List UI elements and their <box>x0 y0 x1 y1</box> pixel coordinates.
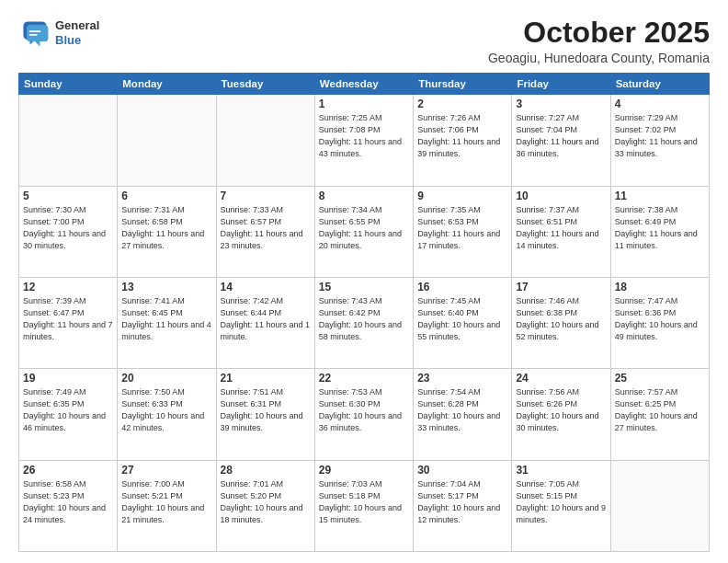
calendar-cell: 13Sunrise: 7:41 AM Sunset: 6:45 PM Dayli… <box>118 277 216 368</box>
calendar-cell: 18Sunrise: 7:47 AM Sunset: 6:36 PM Dayli… <box>610 277 709 368</box>
day-info: Sunrise: 7:45 AM Sunset: 6:40 PM Dayligh… <box>417 295 507 343</box>
day-number: 12 <box>23 281 113 293</box>
calendar-cell: 12Sunrise: 7:39 AM Sunset: 6:47 PM Dayli… <box>19 277 118 368</box>
day-number: 11 <box>615 190 705 202</box>
subtitle: Geoagiu, Hunedoara County, Romania <box>488 51 710 65</box>
calendar-header-row: Sunday Monday Tuesday Wednesday Thursday… <box>19 74 710 95</box>
col-saturday: Saturday <box>610 74 709 95</box>
day-info: Sunrise: 7:49 AM Sunset: 6:35 PM Dayligh… <box>23 386 113 434</box>
col-tuesday: Tuesday <box>216 74 314 95</box>
calendar-cell: 19Sunrise: 7:49 AM Sunset: 6:35 PM Dayli… <box>19 369 118 460</box>
calendar-cell: 3Sunrise: 7:27 AM Sunset: 7:04 PM Daylig… <box>512 95 610 186</box>
col-monday: Monday <box>118 74 216 95</box>
day-info: Sunrise: 7:54 AM Sunset: 6:28 PM Dayligh… <box>417 386 507 434</box>
day-number: 22 <box>319 372 409 385</box>
day-info: Sunrise: 7:43 AM Sunset: 6:42 PM Dayligh… <box>319 295 409 343</box>
calendar-week-row: 5Sunrise: 7:30 AM Sunset: 7:00 PM Daylig… <box>19 186 710 277</box>
day-info: Sunrise: 7:00 AM Sunset: 5:21 PM Dayligh… <box>121 478 211 526</box>
day-info: Sunrise: 7:56 AM Sunset: 6:26 PM Dayligh… <box>516 386 606 434</box>
logo-text: General Blue <box>55 18 99 47</box>
day-info: Sunrise: 7:33 AM Sunset: 6:57 PM Dayligh… <box>221 204 311 252</box>
day-info: Sunrise: 7:47 AM Sunset: 6:36 PM Dayligh… <box>615 295 705 343</box>
calendar-cell: 27Sunrise: 7:00 AM Sunset: 5:21 PM Dayli… <box>118 460 216 551</box>
day-number: 17 <box>516 281 606 293</box>
calendar-cell: 16Sunrise: 7:45 AM Sunset: 6:40 PM Dayli… <box>414 277 512 368</box>
calendar-cell: 30Sunrise: 7:04 AM Sunset: 5:17 PM Dayli… <box>414 460 512 551</box>
calendar-table: Sunday Monday Tuesday Wednesday Thursday… <box>18 73 710 552</box>
calendar-cell <box>610 460 709 551</box>
day-number: 9 <box>417 190 507 202</box>
day-info: Sunrise: 7:57 AM Sunset: 6:25 PM Dayligh… <box>615 386 705 434</box>
day-info: Sunrise: 7:30 AM Sunset: 7:00 PM Dayligh… <box>23 204 113 252</box>
day-number: 1 <box>319 98 409 110</box>
day-number: 28 <box>221 464 311 477</box>
day-number: 19 <box>23 372 113 385</box>
logo-general-text: General <box>55 18 99 33</box>
day-info: Sunrise: 7:35 AM Sunset: 6:53 PM Dayligh… <box>417 204 507 252</box>
logo: General Blue <box>18 17 99 50</box>
month-title: October 2025 <box>488 17 710 49</box>
calendar-cell: 8Sunrise: 7:34 AM Sunset: 6:55 PM Daylig… <box>314 186 413 277</box>
day-info: Sunrise: 7:34 AM Sunset: 6:55 PM Dayligh… <box>319 204 409 252</box>
calendar-cell: 1Sunrise: 7:25 AM Sunset: 7:08 PM Daylig… <box>314 95 413 186</box>
calendar-cell: 5Sunrise: 7:30 AM Sunset: 7:00 PM Daylig… <box>19 186 118 277</box>
day-number: 26 <box>23 464 113 477</box>
calendar-cell: 10Sunrise: 7:37 AM Sunset: 6:51 PM Dayli… <box>512 186 610 277</box>
day-number: 7 <box>221 190 311 202</box>
day-number: 4 <box>615 98 705 110</box>
calendar-cell: 28Sunrise: 7:01 AM Sunset: 5:20 PM Dayli… <box>216 460 314 551</box>
day-info: Sunrise: 7:46 AM Sunset: 6:38 PM Dayligh… <box>516 295 606 343</box>
calendar-week-row: 26Sunrise: 6:58 AM Sunset: 5:23 PM Dayli… <box>19 460 710 551</box>
calendar-cell <box>216 95 314 186</box>
day-info: Sunrise: 7:04 AM Sunset: 5:17 PM Dayligh… <box>417 478 507 526</box>
day-number: 27 <box>121 464 211 477</box>
day-number: 18 <box>615 281 705 293</box>
calendar-cell: 22Sunrise: 7:53 AM Sunset: 6:30 PM Dayli… <box>314 369 413 460</box>
calendar-cell: 7Sunrise: 7:33 AM Sunset: 6:57 PM Daylig… <box>216 186 314 277</box>
calendar-cell: 4Sunrise: 7:29 AM Sunset: 7:02 PM Daylig… <box>610 95 709 186</box>
day-number: 10 <box>516 190 606 202</box>
day-number: 15 <box>319 281 409 293</box>
calendar-cell: 6Sunrise: 7:31 AM Sunset: 6:58 PM Daylig… <box>118 186 216 277</box>
calendar-cell: 26Sunrise: 6:58 AM Sunset: 5:23 PM Dayli… <box>19 460 118 551</box>
calendar-cell <box>118 95 216 186</box>
col-friday: Friday <box>512 74 610 95</box>
col-wednesday: Wednesday <box>314 74 413 95</box>
calendar-cell: 31Sunrise: 7:05 AM Sunset: 5:15 PM Dayli… <box>512 460 610 551</box>
calendar-week-row: 1Sunrise: 7:25 AM Sunset: 7:08 PM Daylig… <box>19 95 710 186</box>
day-info: Sunrise: 7:51 AM Sunset: 6:31 PM Dayligh… <box>221 386 311 434</box>
day-info: Sunrise: 7:50 AM Sunset: 6:33 PM Dayligh… <box>121 386 211 434</box>
calendar-cell: 11Sunrise: 7:38 AM Sunset: 6:49 PM Dayli… <box>610 186 709 277</box>
col-thursday: Thursday <box>414 74 512 95</box>
day-number: 14 <box>221 281 311 293</box>
day-info: Sunrise: 7:29 AM Sunset: 7:02 PM Dayligh… <box>615 112 705 160</box>
day-info: Sunrise: 7:27 AM Sunset: 7:04 PM Dayligh… <box>516 112 606 160</box>
day-number: 21 <box>221 372 311 385</box>
day-info: Sunrise: 7:03 AM Sunset: 5:18 PM Dayligh… <box>319 478 409 526</box>
calendar-cell: 15Sunrise: 7:43 AM Sunset: 6:42 PM Dayli… <box>314 277 413 368</box>
day-info: Sunrise: 7:05 AM Sunset: 5:15 PM Dayligh… <box>516 478 606 526</box>
calendar-cell: 29Sunrise: 7:03 AM Sunset: 5:18 PM Dayli… <box>314 460 413 551</box>
day-number: 25 <box>615 372 705 385</box>
calendar-cell: 21Sunrise: 7:51 AM Sunset: 6:31 PM Dayli… <box>216 369 314 460</box>
day-info: Sunrise: 7:38 AM Sunset: 6:49 PM Dayligh… <box>615 204 705 252</box>
calendar-cell: 17Sunrise: 7:46 AM Sunset: 6:38 PM Dayli… <box>512 277 610 368</box>
calendar-cell: 24Sunrise: 7:56 AM Sunset: 6:26 PM Dayli… <box>512 369 610 460</box>
page: General Blue October 2025 Geoagiu, Huned… <box>0 0 728 563</box>
calendar-cell: 2Sunrise: 7:26 AM Sunset: 7:06 PM Daylig… <box>414 95 512 186</box>
calendar-cell: 23Sunrise: 7:54 AM Sunset: 6:28 PM Dayli… <box>414 369 512 460</box>
day-info: Sunrise: 7:53 AM Sunset: 6:30 PM Dayligh… <box>319 386 409 434</box>
day-info: Sunrise: 7:41 AM Sunset: 6:45 PM Dayligh… <box>121 295 211 343</box>
day-info: Sunrise: 7:25 AM Sunset: 7:08 PM Dayligh… <box>319 112 409 160</box>
day-number: 31 <box>516 464 606 477</box>
calendar-week-row: 19Sunrise: 7:49 AM Sunset: 6:35 PM Dayli… <box>19 369 710 460</box>
day-number: 24 <box>516 372 606 385</box>
header: General Blue October 2025 Geoagiu, Huned… <box>18 17 710 65</box>
day-info: Sunrise: 7:37 AM Sunset: 6:51 PM Dayligh… <box>516 204 606 252</box>
calendar-cell <box>19 95 118 186</box>
day-number: 23 <box>417 372 507 385</box>
logo-blue-text: Blue <box>55 33 99 48</box>
day-number: 3 <box>516 98 606 110</box>
day-number: 13 <box>121 281 211 293</box>
col-sunday: Sunday <box>19 74 118 95</box>
